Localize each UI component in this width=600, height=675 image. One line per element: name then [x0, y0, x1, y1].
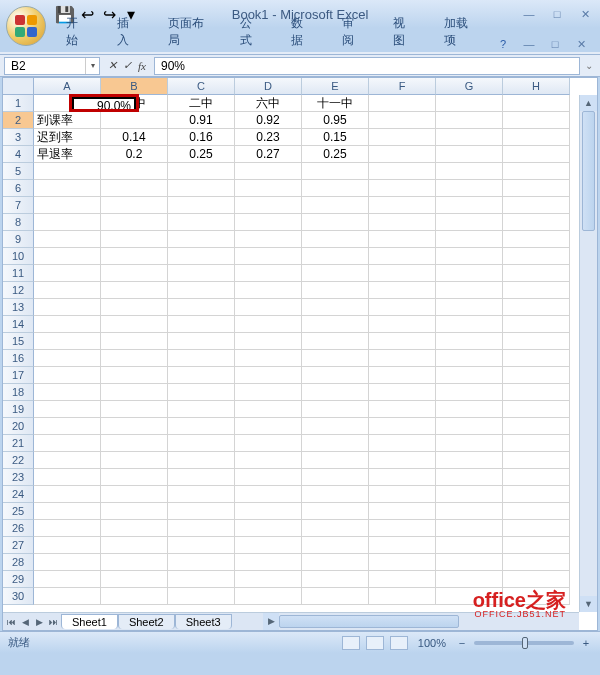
- col-header-B[interactable]: B: [101, 78, 168, 95]
- cell-E26[interactable]: [302, 520, 369, 537]
- cell-A24[interactable]: [34, 486, 101, 503]
- cell-B17[interactable]: [101, 367, 168, 384]
- cell-A28[interactable]: [34, 554, 101, 571]
- cell-H8[interactable]: [503, 214, 570, 231]
- cell-E17[interactable]: [302, 367, 369, 384]
- vertical-scrollbar[interactable]: ▲ ▼: [579, 95, 597, 612]
- cell-G19[interactable]: [436, 401, 503, 418]
- cell-D28[interactable]: [235, 554, 302, 571]
- cell-F6[interactable]: [369, 180, 436, 197]
- cancel-formula-icon[interactable]: ✕: [108, 59, 117, 72]
- cell-A15[interactable]: [34, 333, 101, 350]
- cell-E20[interactable]: [302, 418, 369, 435]
- cell-E6[interactable]: [302, 180, 369, 197]
- cell-A6[interactable]: [34, 180, 101, 197]
- row-header-20[interactable]: 20: [3, 418, 34, 435]
- cell-H25[interactable]: [503, 503, 570, 520]
- cell-F30[interactable]: [369, 588, 436, 605]
- cell-E3[interactable]: 0.15: [302, 129, 369, 146]
- row-header-28[interactable]: 28: [3, 554, 34, 571]
- cell-D8[interactable]: [235, 214, 302, 231]
- cell-C5[interactable]: [168, 163, 235, 180]
- cell-G6[interactable]: [436, 180, 503, 197]
- cell-D10[interactable]: [235, 248, 302, 265]
- cell-A5[interactable]: [34, 163, 101, 180]
- cell-C27[interactable]: [168, 537, 235, 554]
- cell-H6[interactable]: [503, 180, 570, 197]
- cell-C28[interactable]: [168, 554, 235, 571]
- view-normal-button[interactable]: [342, 636, 360, 650]
- cell-G8[interactable]: [436, 214, 503, 231]
- col-header-A[interactable]: A: [34, 78, 101, 95]
- cell-E23[interactable]: [302, 469, 369, 486]
- cell-A7[interactable]: [34, 197, 101, 214]
- cell-B7[interactable]: [101, 197, 168, 214]
- cell-E10[interactable]: [302, 248, 369, 265]
- cell-H16[interactable]: [503, 350, 570, 367]
- cell-C16[interactable]: [168, 350, 235, 367]
- col-header-F[interactable]: F: [369, 78, 436, 95]
- row-header-14[interactable]: 14: [3, 316, 34, 333]
- cell-G30[interactable]: [436, 588, 503, 605]
- cell-H11[interactable]: [503, 265, 570, 282]
- cell-D20[interactable]: [235, 418, 302, 435]
- sheet-tab-1[interactable]: Sheet1: [61, 614, 118, 629]
- row-header-5[interactable]: 5: [3, 163, 34, 180]
- cell-H1[interactable]: [503, 95, 570, 112]
- row-header-6[interactable]: 6: [3, 180, 34, 197]
- cell-D1[interactable]: 六中: [235, 95, 302, 112]
- scroll-right-button[interactable]: ▶: [263, 613, 279, 630]
- cell-B25[interactable]: [101, 503, 168, 520]
- cell-D29[interactable]: [235, 571, 302, 588]
- row-header-17[interactable]: 17: [3, 367, 34, 384]
- horizontal-scrollbar[interactable]: ◀ ▶: [263, 612, 579, 630]
- cell-H12[interactable]: [503, 282, 570, 299]
- cell-F5[interactable]: [369, 163, 436, 180]
- cell-A11[interactable]: [34, 265, 101, 282]
- cell-A20[interactable]: [34, 418, 101, 435]
- cell-D30[interactable]: [235, 588, 302, 605]
- row-header-26[interactable]: 26: [3, 520, 34, 537]
- cell-B8[interactable]: [101, 214, 168, 231]
- row-header-9[interactable]: 9: [3, 231, 34, 248]
- minimize-button[interactable]: —: [518, 6, 540, 22]
- cell-D15[interactable]: [235, 333, 302, 350]
- row-header-12[interactable]: 12: [3, 282, 34, 299]
- workbook-close-button[interactable]: ✕: [570, 36, 592, 52]
- cell-B1[interactable]: 一中: [101, 95, 168, 112]
- select-all-corner[interactable]: [3, 78, 34, 95]
- name-box-dropdown[interactable]: ▾: [85, 58, 99, 74]
- cell-D19[interactable]: [235, 401, 302, 418]
- cell-D27[interactable]: [235, 537, 302, 554]
- cell-D9[interactable]: [235, 231, 302, 248]
- cell-D12[interactable]: [235, 282, 302, 299]
- cell-B13[interactable]: [101, 299, 168, 316]
- workbook-minimize-button[interactable]: —: [518, 36, 540, 52]
- cell-E19[interactable]: [302, 401, 369, 418]
- cell-F27[interactable]: [369, 537, 436, 554]
- cell-C4[interactable]: 0.25: [168, 146, 235, 163]
- cell-H3[interactable]: [503, 129, 570, 146]
- cell-D21[interactable]: [235, 435, 302, 452]
- cell-G15[interactable]: [436, 333, 503, 350]
- cell-D6[interactable]: [235, 180, 302, 197]
- cell-E2[interactable]: 0.95: [302, 112, 369, 129]
- cell-F20[interactable]: [369, 418, 436, 435]
- cell-F29[interactable]: [369, 571, 436, 588]
- row-header-1[interactable]: 1: [3, 95, 34, 112]
- cell-D11[interactable]: [235, 265, 302, 282]
- cell-A8[interactable]: [34, 214, 101, 231]
- row-header-24[interactable]: 24: [3, 486, 34, 503]
- cell-C17[interactable]: [168, 367, 235, 384]
- cell-D16[interactable]: [235, 350, 302, 367]
- cell-F22[interactable]: [369, 452, 436, 469]
- cell-A27[interactable]: [34, 537, 101, 554]
- name-box[interactable]: B2 ▾: [4, 57, 100, 75]
- cell-D4[interactable]: 0.27: [235, 146, 302, 163]
- cell-C20[interactable]: [168, 418, 235, 435]
- cell-A1[interactable]: [34, 95, 101, 112]
- cell-A23[interactable]: [34, 469, 101, 486]
- cell-F17[interactable]: [369, 367, 436, 384]
- cell-H13[interactable]: [503, 299, 570, 316]
- cell-B9[interactable]: [101, 231, 168, 248]
